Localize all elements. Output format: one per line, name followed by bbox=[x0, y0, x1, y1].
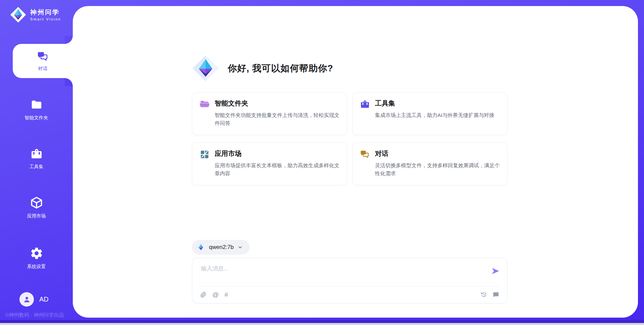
sidebar-item-toolset[interactable]: 工具集 bbox=[0, 147, 73, 170]
card-title: 应用市场 bbox=[215, 149, 343, 158]
diamond-logo-icon bbox=[197, 243, 205, 252]
user-profile[interactable]: AD bbox=[19, 292, 49, 307]
cube-icon bbox=[30, 196, 43, 209]
diamond-logo-icon bbox=[10, 7, 26, 23]
main-panel: 你好, 我可以如何帮助你? 智能文件夹 智能文件夹功能支持批量文件上传与清洗，轻… bbox=[73, 6, 638, 318]
history-icon[interactable] bbox=[481, 291, 487, 298]
composer-toolbar: @ # bbox=[200, 286, 499, 303]
bottom-edge-strip bbox=[0, 323, 644, 325]
chat-icon bbox=[360, 149, 370, 159]
avatar bbox=[19, 292, 34, 307]
chat-bubble-icon[interactable] bbox=[493, 291, 499, 298]
greeting-title: 你好, 我可以如何帮助你? bbox=[228, 62, 333, 74]
sidebar-item-settings[interactable]: 系统设置 bbox=[0, 247, 73, 270]
sidebar-item-chat[interactable]: 对话 bbox=[13, 44, 73, 78]
card-title: 工具集 bbox=[375, 99, 504, 108]
gear-icon bbox=[30, 247, 43, 260]
user-initials: AD bbox=[39, 296, 49, 303]
chevron-down-icon bbox=[237, 245, 243, 250]
card-description: 集成市场上主流工具，助力AI与外界无缝扩展与对接 bbox=[375, 111, 504, 119]
sidebar: 神州问学 Smart Vision 对话 智能文件夹 工具集 bbox=[0, 0, 73, 325]
card-title: 对话 bbox=[375, 149, 504, 158]
sidebar-item-label: 对话 bbox=[38, 66, 48, 72]
person-icon bbox=[22, 295, 31, 304]
grid-icon bbox=[200, 149, 210, 159]
message-composer: @ # bbox=[192, 258, 507, 304]
card-chat[interactable]: 对话 灵活切换多模型文件，支持多样回复效果调试，满足个性化需求 bbox=[352, 142, 507, 185]
card-app-market[interactable]: 应用市场 应用市场提供丰富长文本模板，助力高效生成多样化文章内容 bbox=[192, 142, 347, 185]
feature-cards: 智能文件夹 智能文件夹功能支持批量文件上传与清洗，轻松实现文件问答 工具集 集成… bbox=[192, 92, 507, 185]
send-icon[interactable] bbox=[491, 267, 500, 275]
sidebar-item-label: 智能文件夹 bbox=[25, 115, 48, 121]
sidebar-item-smart-folder[interactable]: 智能文件夹 bbox=[0, 99, 73, 121]
card-description: 灵活切换多模型文件，支持多样回复效果调试，满足个性化需求 bbox=[375, 161, 504, 178]
toolbox-icon bbox=[30, 147, 43, 160]
sidebar-item-label: 系统设置 bbox=[27, 264, 46, 270]
paperclip-icon[interactable] bbox=[200, 291, 207, 298]
message-input[interactable] bbox=[192, 258, 507, 285]
card-toolset[interactable]: 工具集 集成市场上主流工具，助力AI与外界无缝扩展与对接 bbox=[352, 92, 507, 135]
sidebar-item-app-market[interactable]: 应用市场 bbox=[0, 196, 73, 219]
bottom-accent-strip bbox=[0, 320, 644, 323]
sidebar-item-label: 工具集 bbox=[30, 164, 44, 170]
hero: 你好, 我可以如何帮助你? bbox=[192, 55, 333, 82]
tab-fillet-top bbox=[65, 36, 73, 44]
model-name: qwen2:7b bbox=[209, 244, 234, 251]
brand-logo: 神州问学 Smart Vision bbox=[10, 7, 61, 23]
folder-icon bbox=[200, 99, 210, 109]
card-description: 智能文件夹功能支持批量文件上传与清洗，轻松实现文件问答 bbox=[215, 111, 343, 127]
tab-fillet-bottom bbox=[65, 78, 73, 86]
at-icon[interactable]: @ bbox=[212, 291, 219, 299]
sidebar-item-label: 应用市场 bbox=[27, 213, 46, 219]
brand-name-cn: 神州问学 bbox=[30, 8, 61, 16]
folder-icon bbox=[30, 99, 43, 111]
hash-icon[interactable]: # bbox=[224, 291, 228, 299]
card-smart-folder[interactable]: 智能文件夹 智能文件夹功能支持批量文件上传与清洗，轻松实现文件问答 bbox=[192, 92, 347, 135]
diamond-logo-icon bbox=[192, 55, 219, 82]
card-title: 智能文件夹 bbox=[215, 99, 343, 108]
chat-icon bbox=[37, 51, 49, 63]
toolbox-icon bbox=[360, 99, 370, 109]
model-selector[interactable]: qwen2:7b bbox=[192, 240, 250, 255]
copyright-text: ©神州数码 · 神州问学出品 bbox=[5, 312, 64, 318]
card-description: 应用市场提供丰富长文本模板，助力高效生成多样化文章内容 bbox=[215, 161, 343, 178]
brand-name-en: Smart Vision bbox=[30, 17, 61, 21]
